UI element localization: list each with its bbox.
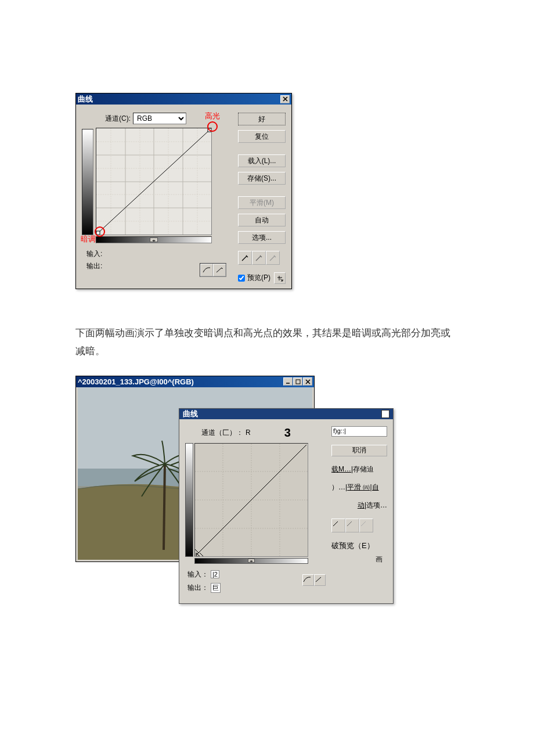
titlebar: 曲线 [76,93,291,105]
channel-select[interactable]: RGB [133,113,186,124]
d2-output-label: 输出： [187,583,208,593]
d2-smooth-line: ）…|平滑 ㈣|自 [331,483,387,492]
dialog2-title: 曲线 [183,409,198,419]
curve-graph[interactable] [96,128,212,235]
curves-dialog-1: 曲线 通道(C): RGB [75,93,292,289]
d2-channel-row: 通道（匚）： R 3 [201,426,327,440]
eyedropper-black-icon[interactable] [331,519,345,532]
graph-area [82,128,231,235]
d2-cancel-button[interactable]: 职消 [331,445,387,456]
d2-hstrip[interactable]: ◂▸ [194,558,308,564]
d2-mode-buttons [302,574,326,586]
save-button[interactable]: 存储(S)... [238,172,286,185]
d2-options-line: 动|选项… [331,501,387,510]
curve-mode-pencil-icon[interactable] [213,264,226,276]
d2-left: 通道（匚）： R 3 [185,426,327,596]
expand-icon[interactable] [274,272,286,284]
d2-input-value[interactable]: |2 [211,570,219,578]
d2-channel-value: R [246,429,251,437]
eyedropper-row [238,251,286,265]
horizontal-gradient[interactable]: ◂▸ [96,236,212,243]
svg-line-21 [164,463,165,550]
minimize-icon[interactable] [283,377,293,386]
d2-pencil-icon[interactable] [314,574,326,586]
second-figure: ^20030201_133.JPG@I00^(RGB) [75,376,459,631]
d2-graph [185,443,327,557]
options-button[interactable]: 选项... [238,231,286,244]
svg-line-28 [196,445,306,555]
d2-hua: 画 [331,555,387,564]
preview-label: 预览(P) [247,273,270,283]
auto-button[interactable]: 自动 [238,214,286,226]
d2-eyedroppers [331,519,387,532]
input-label: 输入: [86,249,231,259]
dialog2-body: 通道（匚）： R 3 [179,419,393,603]
dialog-title: 曲线 [78,94,93,105]
channel-label: 通道(C): [105,114,131,124]
d2-spline-icon[interactable] [302,574,314,586]
d2-input-label: 输入： [187,570,208,579]
load-button[interactable]: 载入(L)... [238,154,286,167]
eyedropper-white-icon[interactable] [359,519,373,532]
curve-mode-spline-icon[interactable] [200,264,213,276]
eyedropper-white-icon[interactable] [266,251,280,265]
d2-load-save-line: 载M…|存储迫 [331,465,387,474]
eyedropper-gray-icon[interactable] [252,251,266,265]
curves-dialog-2: 曲线 通道（匚）： R 3 [179,408,394,604]
left-column: 通道(C): RGB [82,113,231,283]
close-icon[interactable] [303,377,312,386]
close-icon[interactable] [381,410,389,418]
right-column: 好 复位 载入(L)... 存储(S)... 平滑(M) 自动 选项... 预览… [238,113,286,283]
eyedropper-gray-icon[interactable] [345,519,359,532]
window-buttons [283,377,312,386]
reset-button[interactable]: 复位 [238,130,286,143]
smooth-button: 平滑(M) [238,196,286,209]
maximize-icon[interactable] [293,377,302,386]
body-paragraph: 下面两幅动画演示了单独改变暗调点和高光点的效果，其结果是暗调或高光部分加亮或减暗… [75,324,459,361]
shadow-circle [95,226,105,237]
highlight-annotation: 高光 [205,111,220,121]
d2-vstrip [185,443,193,557]
d2-output-value[interactable]: 巨 [211,583,221,593]
d2-channel-label: 通道（匚）： [201,428,243,438]
ok-button[interactable]: 好 [238,113,286,125]
vertical-gradient [82,129,93,235]
shadow-annotation: 暗调 [81,234,96,244]
d2-num: 3 [284,426,291,440]
close-icon[interactable] [280,95,290,103]
image-window-title: ^20030201_133.JPG@I00^(RGB) [78,377,194,386]
swap-arrows-icon[interactable]: ◂▸ [150,237,158,242]
titlebar2: 曲线 [179,409,393,419]
d2-preview: 破预览（E） [331,541,387,551]
svg-rect-18 [296,380,300,384]
dialog-body: 通道(C): RGB [76,105,291,289]
d2-right: f)g::| 职消 载M…|存储迫 ）…|平滑 ㈣|自 动|选项… 破预览（E）… [331,426,387,596]
image-window-titlebar: ^20030201_133.JPG@I00^(RGB) [76,376,314,387]
curve-mode-buttons [200,263,226,277]
eyedropper-black-icon[interactable] [238,251,252,265]
preview-checkbox[interactable] [238,275,245,282]
d2-curve-graph[interactable] [194,443,308,557]
d2-top-box[interactable]: f)g::| [331,426,387,437]
highlight-circle [207,121,218,132]
